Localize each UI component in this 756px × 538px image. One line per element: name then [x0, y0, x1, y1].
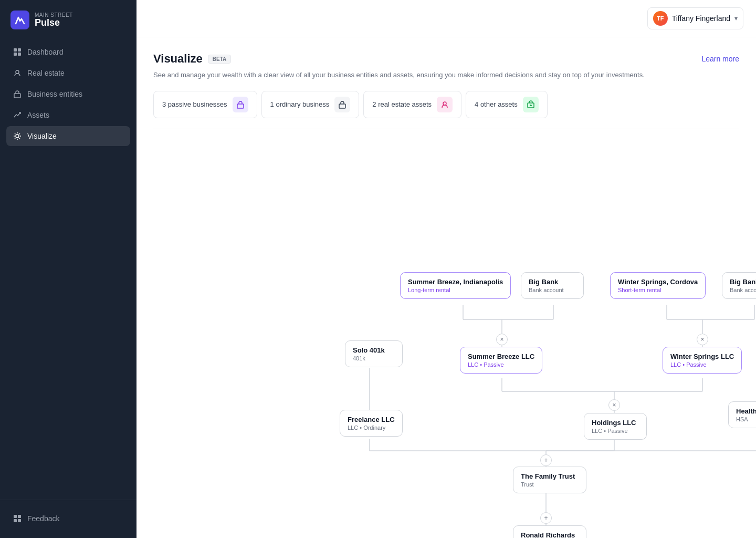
sidebar-item-dashboard[interactable]: Dashboard — [6, 42, 130, 62]
business-entities-icon — [13, 89, 22, 99]
connector-holdings[interactable]: × — [608, 399, 620, 411]
ordinary-icon — [334, 97, 350, 112]
assets-label: Assets — [27, 111, 49, 119]
stats-row: 3 passive businesses 1 ordinary business… — [153, 91, 739, 129]
sidebar-item-real-estate[interactable]: Real estate — [6, 63, 130, 83]
connector-summer-breeze[interactable]: × — [496, 334, 508, 345]
svg-point-4 — [16, 70, 19, 74]
svg-point-13 — [443, 102, 446, 105]
page-description: See and manage your wealth with a clear … — [153, 70, 739, 80]
passive-icon — [233, 97, 248, 112]
node-subtitle: Short-term rental — [618, 287, 698, 293]
node-freelance-llc[interactable]: Freelance LLC LLC • Ordinary — [340, 410, 403, 437]
svg-rect-8 — [18, 515, 21, 518]
feedback-button[interactable]: Feedback — [6, 509, 130, 529]
dashboard-icon — [13, 47, 22, 57]
node-winter-springs-llc[interactable]: Winter Springs LLC LLC • Passive — [663, 347, 742, 374]
svg-rect-2 — [14, 53, 17, 56]
svg-rect-11 — [237, 104, 244, 108]
other-icon — [523, 97, 539, 112]
viz-area: Summer Breeze, Indianapolis Long-term re… — [153, 142, 739, 510]
node-summer-breeze-indianapolis[interactable]: Summer Breeze, Indianapolis Long-term re… — [400, 272, 511, 299]
logo-icon — [10, 11, 29, 29]
chevron-down-icon: ▾ — [734, 15, 738, 22]
real-estate-icon — [13, 68, 22, 78]
page-header: Visualize BETA Learn more — [153, 52, 739, 66]
svg-rect-1 — [18, 48, 21, 51]
sidebar-item-business-entities[interactable]: Business entities — [6, 84, 130, 104]
real-estate-label: Real estate — [27, 69, 65, 77]
assets-icon — [13, 110, 22, 120]
node-subtitle: LLC • Passive — [670, 361, 734, 368]
stat-real-estate[interactable]: 2 real estate assets — [363, 91, 461, 118]
node-title: Solo 401k — [353, 346, 395, 354]
avatar: TF — [653, 11, 668, 26]
main-content: TF Tiffany Fingerland ▾ Visualize BETA L… — [136, 0, 756, 538]
node-solo-401k[interactable]: Solo 401k 401k — [345, 340, 403, 367]
stat-passive-label: 3 passive businesses — [162, 100, 227, 108]
node-title: Big Bank — [730, 278, 756, 286]
node-title: The Family Trust — [521, 472, 579, 480]
learn-more-link[interactable]: Learn more — [701, 55, 739, 63]
sidebar-nav: Dashboard Real estate Business entities … — [0, 42, 136, 500]
page-title-row: Visualize BETA — [153, 52, 231, 66]
node-subtitle: LLC • Passive — [592, 428, 639, 434]
header: TF Tiffany Fingerland ▾ — [136, 0, 756, 37]
beta-badge: BETA — [208, 55, 231, 64]
node-healthequity[interactable]: HealthEquity HSA — [728, 401, 756, 428]
real-estate-stat-icon — [437, 97, 453, 112]
logo-main-street: MAIN STREET — [35, 12, 73, 18]
svg-rect-3 — [18, 53, 21, 56]
visualize-icon — [13, 131, 22, 141]
stat-ordinary[interactable]: 1 ordinary business — [261, 91, 360, 118]
node-subtitle: Long-term rental — [408, 287, 503, 293]
node-big-bank-1[interactable]: Big Bank Bank account — [521, 272, 584, 299]
connector-winter-springs[interactable]: × — [697, 334, 708, 345]
user-name: Tiffany Fingerland — [672, 14, 730, 23]
node-subtitle: HSA — [736, 416, 756, 422]
node-holdings-llc[interactable]: Holdings LLC LLC • Passive — [584, 413, 647, 440]
stat-other[interactable]: 4 other assets — [466, 91, 548, 118]
svg-rect-0 — [14, 48, 17, 51]
node-title: Summer Breeze LLC — [468, 353, 534, 360]
node-subtitle: Bank account — [730, 287, 756, 293]
visualize-label: Visualize — [27, 132, 57, 140]
sidebar-bottom: Feedback — [0, 500, 136, 538]
node-title: Winter Springs, Cordova — [618, 278, 698, 286]
node-title: Winter Springs LLC — [670, 353, 734, 360]
node-title: HealthEquity — [736, 407, 756, 415]
page-title: Visualize — [153, 52, 203, 66]
sidebar-item-assets[interactable]: Assets — [6, 105, 130, 125]
dashboard-label: Dashboard — [27, 48, 64, 56]
node-subtitle: LLC • Passive — [468, 361, 534, 368]
sidebar: MAIN STREET Pulse Dashboard Real estate … — [0, 0, 136, 538]
logo: MAIN STREET Pulse — [0, 0, 136, 42]
node-title: Summer Breeze, Indianapolis — [408, 278, 503, 286]
stat-real-estate-label: 2 real estate assets — [372, 100, 432, 108]
connector-family-trust[interactable]: + — [540, 454, 552, 466]
node-title: Ronald Richards — [521, 531, 579, 539]
user-menu[interactable]: TF Tiffany Fingerland ▾ — [647, 7, 743, 29]
svg-rect-9 — [14, 519, 17, 522]
node-ronald-richards[interactable]: Ronald Richards Owner — [513, 525, 586, 539]
viz-svg — [153, 142, 739, 510]
stat-ordinary-label: 1 ordinary business — [270, 100, 330, 108]
svg-rect-12 — [339, 104, 345, 108]
logo-text: MAIN STREET Pulse — [35, 12, 73, 28]
connector-ronald[interactable]: + — [540, 512, 552, 524]
node-title: Freelance LLC — [348, 416, 395, 423]
node-family-trust[interactable]: The Family Trust Trust — [513, 467, 586, 493]
node-subtitle: LLC • Ordinary — [348, 425, 395, 431]
svg-rect-5 — [14, 94, 20, 98]
stat-passive[interactable]: 3 passive businesses — [153, 91, 257, 118]
node-winter-springs-cordova[interactable]: Winter Springs, Cordova Short-term renta… — [610, 272, 706, 299]
business-entities-label: Business entities — [27, 90, 82, 98]
sidebar-item-visualize[interactable]: Visualize — [6, 126, 130, 146]
feedback-icon — [13, 514, 22, 523]
page-content: Visualize BETA Learn more See and manage… — [136, 37, 756, 538]
node-big-bank-2[interactable]: Big Bank Bank account — [722, 272, 756, 299]
svg-point-6 — [16, 134, 19, 138]
node-subtitle: Bank account — [529, 287, 576, 293]
node-summer-breeze-llc[interactable]: Summer Breeze LLC LLC • Passive — [460, 347, 542, 374]
logo-pulse: Pulse — [35, 18, 73, 28]
